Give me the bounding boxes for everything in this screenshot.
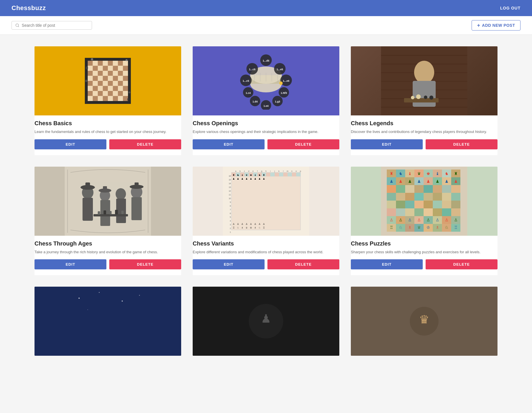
svg-text:♟: ♟ [399,179,403,184]
svg-rect-18 [118,66,123,71]
post-card-chess-variants: abc def ghi jkl mnop 161514 131211 1098 … [193,167,339,275]
svg-text:♙: ♙ [454,218,458,222]
svg-text:♖: ♖ [454,225,458,230]
svg-text:m: m [287,170,288,172]
svg-rect-245 [414,185,424,193]
post-card-row3-3: ♛ [351,287,497,356]
svg-text:1.Nf3: 1.Nf3 [281,92,287,94]
post-image-chess-basics: // Will be rendered inline [35,46,181,115]
svg-text:♗: ♗ [408,225,412,230]
svg-rect-253 [414,193,424,201]
svg-rect-37 [93,81,98,86]
svg-text:4: 4 [230,220,231,222]
edit-button-chess-ages[interactable]: EDIT [35,259,106,269]
svg-rect-12 [88,66,93,71]
svg-text:♟: ♟ [254,178,256,180]
svg-text:1...c5: 1...c5 [249,68,256,71]
svg-rect-248 [442,185,451,193]
svg-text:♟: ♟ [261,312,271,325]
svg-rect-73 [127,98,129,101]
svg-text:♜: ♜ [263,174,265,176]
svg-rect-322 [65,287,151,356]
svg-text:♙: ♙ [254,223,256,225]
add-post-button[interactable]: + ADD NEW POST [472,20,520,31]
svg-rect-31 [103,76,108,81]
edit-button-chess-openings[interactable]: EDIT [193,139,265,149]
svg-rect-254 [424,193,433,201]
post-card-row3-1 [35,287,181,356]
svg-text:♙: ♙ [250,223,252,225]
svg-text:♗: ♗ [254,227,256,229]
post-card-chess-ages: Chess Through Ages Take a journey throug… [35,167,181,275]
svg-text:♗: ♗ [241,227,243,229]
post-desc-chess-basics: Learn the fundamentals and rules of ches… [35,129,181,135]
svg-text:p: p [300,170,301,172]
svg-rect-24 [108,71,113,76]
svg-rect-269 [414,208,424,216]
post-title-chess-openings: Chess Openings [193,120,339,127]
chess-openings-svg: 1...d5 1...c5 1...e5 1...c5 1...e6 1.c4 … [237,52,295,110]
row3-3-svg: ♛ [381,287,467,356]
svg-text:♘: ♘ [237,227,239,229]
svg-text:♙: ♙ [237,223,239,225]
posts-grid: // Will be rendered inline [35,46,497,356]
svg-text:♜: ♜ [233,174,235,176]
svg-rect-14 [98,66,103,71]
svg-text:♝: ♝ [408,171,412,176]
svg-rect-188 [279,173,283,176]
svg-text:♝: ♝ [436,171,439,176]
chess-variants-svg: abc def ghi jkl mnop 161514 131211 1098 … [223,167,309,236]
svg-rect-187 [275,173,279,176]
svg-rect-255 [433,193,442,201]
logout-button[interactable]: LOG OUT [500,6,520,10]
delete-button-chess-legends[interactable]: DELETE [426,139,497,149]
svg-text:j: j [274,170,275,172]
svg-text:♛: ♛ [419,313,429,326]
svg-line-1 [18,26,19,27]
edit-button-chess-variants[interactable]: EDIT [193,259,265,269]
svg-text:16: 16 [229,175,231,177]
svg-text:♙: ♙ [445,218,449,222]
svg-rect-15 [103,66,108,71]
svg-rect-65 [113,96,118,101]
svg-point-0 [16,24,19,27]
edit-button-chess-basics[interactable]: EDIT [35,139,106,149]
svg-rect-108 [381,55,467,56]
svg-rect-270 [424,208,433,216]
svg-rect-142 [121,211,124,214]
svg-text:♟: ♟ [237,178,239,180]
chess-ages-svg [65,167,151,236]
post-image-chess-puzzles: ♜ ♞ ♝ ♛ ♚ ♝ ♞ ♜ ♟ ♟ ♟ ♟ ♟ ♟ [351,167,497,236]
svg-text:d: d [248,170,249,172]
svg-rect-264 [442,201,451,208]
svg-text:h: h [265,170,267,172]
svg-rect-244 [405,185,414,193]
svg-rect-67 [123,96,128,101]
delete-button-chess-puzzles[interactable]: DELETE [426,259,497,269]
svg-rect-44 [88,86,93,91]
post-card-chess-puzzles: ♜ ♞ ♝ ♛ ♚ ♝ ♞ ♜ ♟ ♟ ♟ ♟ ♟ ♟ [351,167,497,275]
post-title-chess-legends: Chess Legends [351,120,497,127]
edit-button-chess-puzzles[interactable]: EDIT [351,259,423,269]
svg-rect-39 [103,81,108,86]
post-card-chess-basics: // Will be rendered inline [35,46,181,155]
delete-button-chess-ages[interactable]: DELETE [109,259,181,269]
svg-rect-265 [451,201,460,208]
svg-text:♙: ♙ [246,223,248,225]
svg-text:♟: ♟ [246,178,248,180]
svg-rect-36 [88,81,93,86]
delete-button-chess-basics[interactable]: DELETE [109,139,181,149]
search-input[interactable] [22,23,88,28]
edit-button-chess-legends[interactable]: EDIT [351,139,423,149]
svg-text:♞: ♞ [445,171,449,176]
delete-button-chess-variants[interactable]: DELETE [267,259,339,269]
svg-text:10: 10 [229,197,231,199]
svg-rect-23 [103,71,108,76]
svg-rect-141 [115,210,118,214]
post-card-row3-2: ♟ [193,287,339,356]
delete-button-chess-openings[interactable]: DELETE [267,139,339,149]
svg-text:1.e4: 1.e4 [263,104,269,107]
svg-rect-257 [451,193,460,201]
post-image-chess-openings: 1...d5 1...c5 1...e5 1...c5 1...e6 1.c4 … [193,46,339,115]
svg-rect-191 [292,173,296,176]
